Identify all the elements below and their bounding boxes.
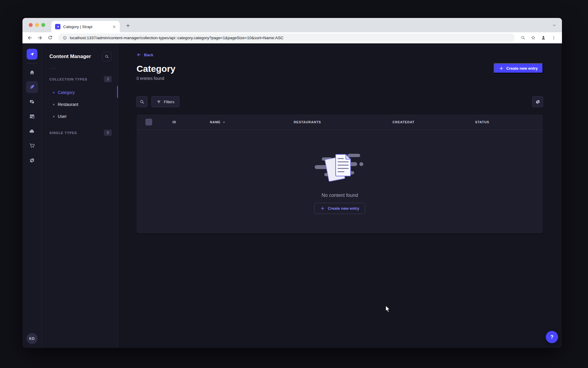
page-title-block: Category 0 entries found bbox=[137, 63, 175, 81]
collection-types-label: COLLECTION TYPES bbox=[49, 77, 87, 81]
site-info-icon[interactable] bbox=[63, 36, 67, 40]
nav-home-icon[interactable] bbox=[26, 66, 38, 78]
nav-content-type-builder-icon[interactable] bbox=[26, 110, 38, 122]
nav-marketplace-cart-icon[interactable] bbox=[26, 140, 38, 152]
reload-button[interactable] bbox=[46, 34, 54, 42]
sidebar-item-label: User bbox=[58, 114, 67, 119]
plus-icon bbox=[499, 66, 504, 71]
browser-toolbar: localhost:1337/admin/content-manager/col… bbox=[22, 32, 562, 43]
empty-state: No content found Create new entry bbox=[137, 130, 543, 233]
rail-nav bbox=[26, 66, 38, 166]
content-manager-panel: Content Manager COLLECTION TYPES 3 Categ… bbox=[42, 43, 118, 348]
view-settings-button[interactable] bbox=[532, 96, 543, 107]
browser-window: Category | Strapi bbox=[22, 18, 562, 348]
bookmark-star-icon[interactable] bbox=[529, 34, 537, 42]
plus-icon bbox=[320, 206, 325, 211]
browser-menu-icon[interactable] bbox=[549, 34, 558, 42]
help-button[interactable]: ? bbox=[546, 331, 558, 343]
filter-icon bbox=[157, 100, 161, 104]
column-header-id[interactable]: ID bbox=[172, 120, 210, 124]
maximize-window-button[interactable] bbox=[41, 23, 45, 27]
sidebar-item-user[interactable]: User bbox=[49, 110, 112, 122]
bullet-icon bbox=[53, 92, 54, 93]
tab-close-icon[interactable] bbox=[111, 24, 117, 29]
window-controls bbox=[29, 23, 45, 27]
strapi-favicon-icon bbox=[55, 24, 60, 29]
arrow-left-icon bbox=[137, 52, 141, 57]
new-tab-button[interactable] bbox=[124, 22, 131, 29]
search-entries-button[interactable] bbox=[137, 96, 147, 107]
main-navigation-rail: KD bbox=[22, 43, 42, 348]
search-icon bbox=[140, 99, 145, 104]
column-header-restaurants[interactable]: RESTAURANTS bbox=[294, 120, 392, 124]
empty-message: No content found bbox=[322, 193, 358, 198]
entries-table: ID NAME RESTAURANTS CREATEDAT STATUS bbox=[137, 114, 543, 233]
minimize-window-button[interactable] bbox=[35, 23, 39, 27]
sidebar-item-category[interactable]: Category bbox=[49, 86, 112, 98]
address-bar[interactable]: localhost:1337/admin/content-manager/col… bbox=[58, 34, 515, 42]
nav-content-manager-icon[interactable] bbox=[26, 81, 38, 93]
zoom-indicator-icon[interactable] bbox=[519, 34, 527, 42]
rail-divider bbox=[26, 63, 38, 63]
back-link[interactable]: Back bbox=[137, 52, 153, 57]
collection-types-list: Category Restaurant User bbox=[49, 86, 112, 122]
collection-types-count-badge: 3 bbox=[104, 76, 112, 82]
back-label: Back bbox=[144, 53, 153, 57]
empty-documents-illustration bbox=[310, 150, 370, 186]
nav-deploy-cloud-icon[interactable] bbox=[26, 125, 38, 137]
back-button[interactable] bbox=[25, 34, 34, 42]
filters-label: Filters bbox=[164, 100, 174, 104]
bullet-icon bbox=[53, 116, 54, 117]
panel-search-button[interactable] bbox=[102, 52, 112, 61]
nav-media-library-icon[interactable] bbox=[26, 96, 38, 108]
panel-title: Content Manager bbox=[49, 54, 91, 60]
empty-create-entry-button[interactable]: Create new entry bbox=[314, 203, 365, 214]
filters-button[interactable]: Filters bbox=[151, 96, 179, 107]
sidebar-item-label: Restaurant bbox=[58, 102, 78, 107]
tab-title: Category | Strapi bbox=[63, 25, 109, 29]
nav-settings-gear-icon[interactable] bbox=[26, 154, 38, 166]
browser-tab[interactable]: Category | Strapi bbox=[51, 21, 120, 32]
strapi-admin: KD Content Manager COLLECTION TYPES 3 bbox=[22, 43, 562, 348]
forward-button[interactable] bbox=[36, 34, 44, 42]
main-content: Back Category 0 entries found Create new… bbox=[118, 43, 562, 348]
url-text: localhost:1337/admin/content-manager/col… bbox=[70, 36, 284, 40]
select-all-checkbox[interactable] bbox=[146, 119, 152, 125]
list-actions: Filters bbox=[137, 96, 543, 107]
column-header-createdat[interactable]: CREATEDAT bbox=[392, 120, 475, 124]
panel-divider bbox=[49, 68, 57, 69]
browser-profile-icon[interactable] bbox=[539, 34, 548, 42]
create-new-entry-button[interactable]: Create new entry bbox=[494, 63, 543, 73]
sort-asc-icon bbox=[222, 121, 225, 124]
close-window-button[interactable] bbox=[29, 23, 33, 27]
strapi-logo[interactable] bbox=[27, 49, 37, 60]
page-title: Category bbox=[137, 63, 175, 74]
single-types-label: SINGLE TYPES bbox=[49, 131, 77, 135]
table-header-row: ID NAME RESTAURANTS CREATEDAT STATUS bbox=[137, 114, 543, 130]
bullet-icon bbox=[53, 104, 54, 105]
gear-icon bbox=[535, 99, 540, 104]
column-header-status[interactable]: STATUS bbox=[475, 120, 543, 124]
column-header-name[interactable]: NAME bbox=[210, 120, 294, 124]
create-button-label: Create new entry bbox=[506, 66, 538, 71]
empty-create-label: Create new entry bbox=[328, 206, 359, 211]
desktop: Category | Strapi bbox=[0, 0, 588, 368]
user-avatar[interactable]: KD bbox=[26, 333, 37, 344]
entries-count: 0 entries found bbox=[137, 76, 175, 81]
tab-strip-chevron-icon[interactable] bbox=[551, 22, 557, 28]
browser-tab-bar: Category | Strapi bbox=[22, 18, 562, 32]
sidebar-item-restaurant[interactable]: Restaurant bbox=[49, 98, 112, 110]
single-types-count-badge: 0 bbox=[104, 130, 112, 136]
sidebar-item-label: Category bbox=[58, 90, 75, 95]
